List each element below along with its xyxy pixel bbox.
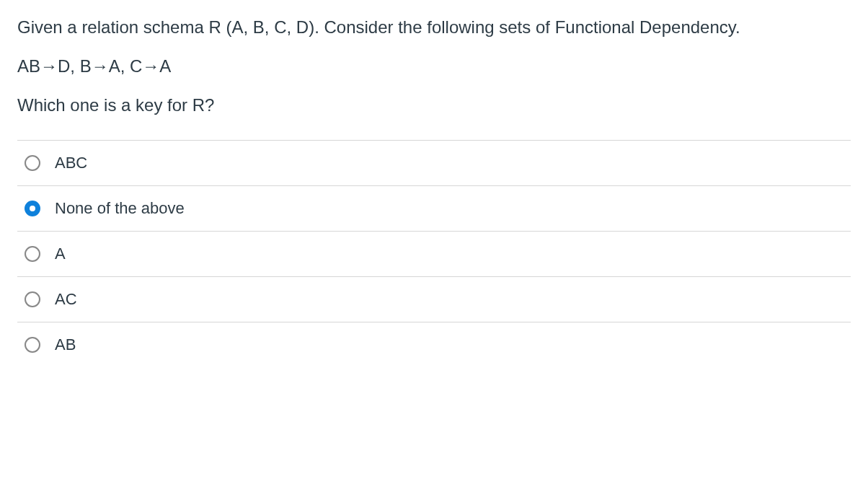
option-row[interactable]: A [17, 231, 851, 276]
option-row[interactable]: None of the above [17, 185, 851, 231]
option-label: A [55, 245, 66, 263]
question-line-2: AB→D, B→A, C→A [17, 53, 851, 79]
radio-icon [25, 246, 40, 262]
options-list: ABC None of the above A AC AB [17, 140, 851, 367]
radio-icon [25, 337, 40, 353]
option-label: ABC [55, 154, 87, 172]
question-line-3: Which one is a key for R? [17, 92, 851, 118]
question-line-1: Given a relation schema R (A, B, C, D). … [17, 14, 851, 40]
option-row[interactable]: ABC [17, 140, 851, 185]
question-text: Given a relation schema R (A, B, C, D). … [17, 14, 851, 118]
option-row[interactable]: AB [17, 322, 851, 367]
option-row[interactable]: AC [17, 276, 851, 322]
option-label: AC [55, 290, 77, 309]
option-label: None of the above [55, 199, 185, 218]
radio-icon [25, 155, 40, 171]
radio-icon [25, 201, 40, 216]
radio-icon [25, 291, 40, 307]
option-label: AB [55, 335, 76, 354]
